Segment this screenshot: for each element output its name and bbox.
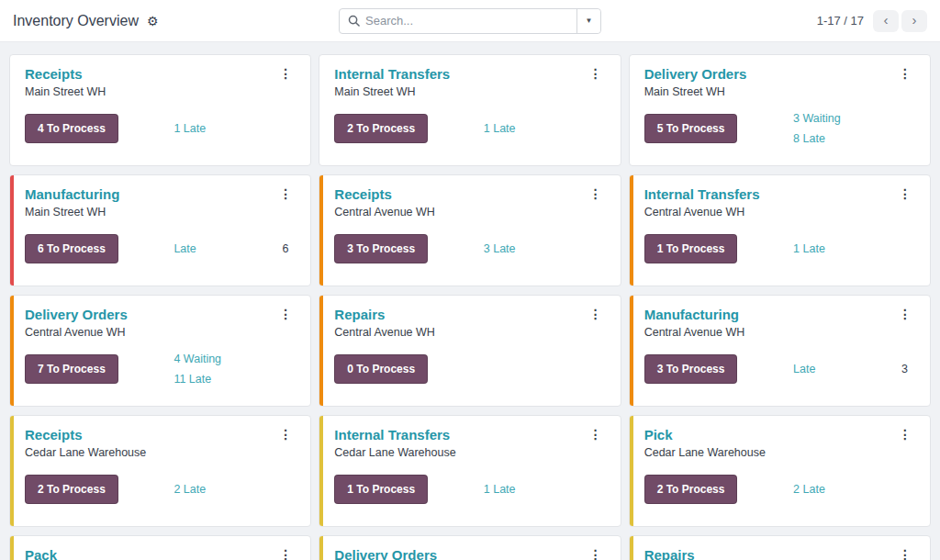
to-process-button[interactable]: 5 To Process [644, 114, 738, 143]
card-header: Delivery Orders ⋮ [25, 307, 296, 322]
card-body: 0 To Process [334, 351, 605, 387]
status-link[interactable]: 8 Late [793, 129, 825, 149]
kanban-card: Manufacturing ⋮ Central Avenue WH 3 To P… [629, 295, 931, 407]
pager-next-button[interactable]: › [901, 10, 927, 32]
status-link[interactable]: 3 Waiting [793, 108, 841, 129]
status-link[interactable]: 1 Late [793, 239, 825, 259]
kanban-view: Receipts ⋮ Main Street WH 4 To Process 1… [0, 42, 940, 560]
status-line: 1 Late [484, 118, 599, 139]
card-title[interactable]: Manufacturing [25, 186, 119, 202]
card-body: 2 To Process 2 Late [25, 471, 296, 508]
to-process-button[interactable]: 3 To Process [334, 234, 428, 263]
card-title[interactable]: Delivery Orders [334, 547, 437, 560]
kebab-menu-icon[interactable]: ⋮ [895, 66, 915, 81]
status-line: 3 Waiting [793, 108, 908, 129]
card-header: Delivery Orders ⋮ [334, 547, 605, 560]
breadcrumb-area: Inventory Overview ⚙ [13, 13, 316, 29]
to-process-button[interactable]: 4 To Process [25, 114, 118, 143]
status-link[interactable]: 4 Waiting [173, 349, 221, 369]
to-process-button[interactable]: 2 To Process [25, 475, 118, 504]
pager-prev-button[interactable]: ‹ [873, 10, 899, 32]
status-link[interactable]: 3 Late [484, 239, 516, 259]
card-lines: 4 Waiting11 Late [173, 349, 288, 389]
status-count[interactable]: 6 [282, 239, 288, 259]
pager-buttons: ‹ › [873, 10, 927, 32]
kebab-menu-icon[interactable]: ⋮ [275, 307, 296, 321]
card-subtitle: Main Street WH [25, 206, 296, 218]
card-title[interactable]: Internal Transfers [334, 427, 450, 442]
status-count[interactable]: 3 [901, 359, 908, 379]
kebab-menu-icon[interactable]: ⋮ [895, 427, 915, 442]
chevron-left-icon: ‹ [884, 12, 889, 28]
pager-range: 1-17 / 17 [817, 14, 864, 28]
card-body: 4 To Process 1 Late [25, 110, 296, 147]
card-title[interactable]: Delivery Orders [644, 66, 747, 82]
to-process-button[interactable]: 3 To Process [644, 354, 738, 384]
kanban-card: Internal Transfers ⋮ Central Avenue WH 1… [629, 174, 931, 286]
kebab-menu-icon[interactable]: ⋮ [586, 66, 606, 81]
status-link[interactable]: Late [793, 359, 815, 379]
card-header: Receipts ⋮ [334, 186, 605, 202]
card-header: Delivery Orders ⋮ [644, 66, 915, 82]
status-link[interactable]: 11 Late [173, 369, 211, 389]
status-link[interactable]: 1 Late [173, 118, 206, 139]
card-title[interactable]: Delivery Orders [25, 307, 128, 322]
card-header: Manufacturing ⋮ [644, 307, 915, 322]
card-title[interactable]: Repairs [644, 547, 695, 560]
kebab-menu-icon[interactable]: ⋮ [275, 66, 296, 81]
kebab-menu-icon[interactable]: ⋮ [275, 186, 296, 201]
to-process-button[interactable]: 6 To Process [25, 234, 118, 263]
status-link[interactable]: 1 Late [484, 479, 516, 499]
status-line: 1 Late [173, 118, 288, 139]
card-title[interactable]: Receipts [25, 66, 83, 82]
to-process-button[interactable]: 0 To Process [334, 354, 428, 384]
kebab-menu-icon[interactable]: ⋮ [895, 547, 915, 560]
kebab-menu-icon[interactable]: ⋮ [895, 307, 915, 321]
kebab-menu-icon[interactable]: ⋮ [586, 186, 606, 201]
card-title[interactable]: Manufacturing [644, 307, 739, 322]
kebab-menu-icon[interactable]: ⋮ [586, 307, 606, 321]
card-title[interactable]: Internal Transfers [644, 186, 760, 202]
card-subtitle: Cedar Lane Warehouse [25, 446, 296, 459]
card-title[interactable]: Receipts [25, 427, 83, 442]
status-line: 11 Late [173, 369, 288, 389]
kebab-menu-icon[interactable]: ⋮ [275, 547, 296, 560]
card-title[interactable]: Internal Transfers [334, 66, 450, 82]
to-process-button[interactable]: 7 To Process [25, 354, 118, 384]
to-process-button[interactable]: 1 To Process [644, 234, 738, 263]
status-link[interactable]: 2 Late [793, 479, 825, 499]
status-link[interactable]: Late [173, 239, 196, 259]
gear-icon[interactable]: ⚙ [147, 15, 159, 28]
kebab-menu-icon[interactable]: ⋮ [586, 427, 606, 442]
to-process-button[interactable]: 1 To Process [334, 475, 428, 504]
card-title[interactable]: Repairs [334, 307, 385, 322]
search-area: ▼ [316, 8, 624, 34]
status-link[interactable]: 1 Late [484, 118, 516, 139]
search-dropdown-toggle[interactable]: ▼ [576, 9, 600, 33]
card-title[interactable]: Pick [644, 427, 673, 442]
card-subtitle: Main Street WH [644, 85, 915, 98]
kanban-card: Manufacturing ⋮ Main Street WH 6 To Proc… [9, 174, 311, 286]
card-lines: 1 Late [793, 239, 908, 259]
card-subtitle: Central Avenue WH [644, 206, 915, 218]
to-process-button[interactable]: 2 To Process [644, 475, 738, 504]
card-header: Internal Transfers ⋮ [644, 186, 915, 202]
kebab-menu-icon[interactable]: ⋮ [895, 186, 915, 201]
status-line: 3 Late [484, 239, 599, 259]
card-subtitle: Central Avenue WH [334, 206, 605, 218]
card-lines: 1 Late [173, 118, 288, 139]
kanban-card: Receipts ⋮ Main Street WH 4 To Process 1… [9, 54, 311, 166]
card-body: 5 To Process 3 Waiting8 Late [644, 110, 915, 147]
status-link[interactable]: 2 Late [173, 479, 206, 499]
card-header: Pick ⋮ [644, 427, 915, 442]
kebab-menu-icon[interactable]: ⋮ [586, 547, 606, 560]
status-line: 2 Late [793, 479, 908, 499]
card-body: 7 To Process 4 Waiting11 Late [25, 351, 296, 387]
search-input[interactable] [365, 14, 576, 28]
card-title[interactable]: Pack [25, 547, 57, 560]
card-header: Repairs ⋮ [644, 547, 915, 560]
kebab-menu-icon[interactable]: ⋮ [275, 427, 296, 442]
card-title[interactable]: Receipts [334, 186, 392, 202]
status-line: 8 Late [793, 129, 908, 149]
to-process-button[interactable]: 2 To Process [334, 114, 428, 143]
